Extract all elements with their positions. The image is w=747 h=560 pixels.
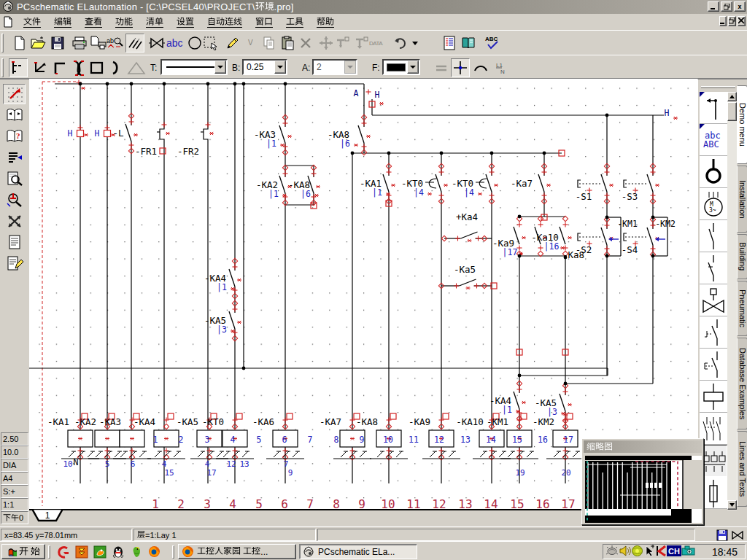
mdi-minimize-button[interactable] xyxy=(719,16,727,26)
open-button[interactable] xyxy=(28,34,47,52)
scroll-up-icon[interactable] xyxy=(727,92,737,101)
menu-8[interactable] xyxy=(249,15,279,29)
menu-1[interactable] xyxy=(17,15,47,29)
ortho-lines-button[interactable] xyxy=(9,58,28,77)
arc-tool-button[interactable] xyxy=(471,58,490,77)
quicklaunch-flashget-g-icon[interactable] xyxy=(57,545,70,559)
toolbar-grip[interactable] xyxy=(1,34,4,52)
svg-text:15: 15 xyxy=(512,435,522,445)
symbol-tab-installation[interactable]: Installation xyxy=(737,166,747,233)
pencil-button[interactable] xyxy=(223,34,242,52)
toolbar-grip2[interactable] xyxy=(1,58,4,77)
quicklaunch-qq-icon[interactable] xyxy=(112,545,125,559)
minimize-button[interactable] xyxy=(708,1,719,12)
tray-cursor-tool-icon[interactable] xyxy=(643,545,656,557)
symbol-tab-pneumatic[interactable]: Pneumatic xyxy=(737,281,747,336)
menu-3[interactable] xyxy=(78,15,109,29)
tray-snapshot-camera-icon[interactable] xyxy=(681,545,696,557)
tray-volume-icon[interactable] xyxy=(619,545,631,557)
symbol-coil[interactable] xyxy=(700,381,727,413)
tray-mouse-device-icon[interactable] xyxy=(606,545,619,557)
quicklaunch-firefox-icon[interactable] xyxy=(148,545,161,559)
snap-cross-button[interactable] xyxy=(451,58,470,77)
arc-segment-button[interactable] xyxy=(107,58,125,77)
menu-5[interactable] xyxy=(139,15,170,29)
symbol-browse-button[interactable] xyxy=(3,105,26,125)
zoom-page-button[interactable] xyxy=(3,168,26,189)
paste-button[interactable] xyxy=(279,34,298,52)
menu-2[interactable] xyxy=(47,15,78,29)
quicklaunch-flashget-icon[interactable] xyxy=(75,545,88,559)
tray-ime-ch-icon[interactable]: CH xyxy=(667,545,681,557)
symbol-motor[interactable]: M3~ xyxy=(700,188,727,220)
router-mode-button[interactable] xyxy=(3,84,26,104)
help-book-button[interactable]: ? xyxy=(3,126,26,147)
menu-list-button[interactable] xyxy=(3,147,26,168)
svg-text:|1: |1 xyxy=(217,282,227,292)
task-button-2[interactable]: PCschematic ELa... xyxy=(299,544,417,559)
rectangle-button[interactable] xyxy=(88,58,107,77)
symbol-valve[interactable] xyxy=(700,284,727,316)
mdi-close-button[interactable] xyxy=(738,16,746,26)
object-list-button[interactable] xyxy=(441,34,460,52)
menu-10[interactable] xyxy=(310,15,341,29)
scroll-thumb[interactable] xyxy=(727,102,737,121)
scroll-down-icon[interactable] xyxy=(727,500,737,510)
angle-lines-button[interactable] xyxy=(32,58,51,77)
symbol-lamp[interactable] xyxy=(700,156,727,188)
page-tab-1[interactable]: 1 xyxy=(32,509,63,523)
symbol-contact-no-open[interactable] xyxy=(700,252,727,284)
symbol-tab-lines-and-texts[interactable]: Lines and Texts xyxy=(737,431,747,507)
quicklaunch-ppstream-icon[interactable] xyxy=(93,545,107,559)
zoom-in-button[interactable] xyxy=(3,190,26,210)
tasks-grip[interactable] xyxy=(172,545,174,559)
area-mode-button[interactable] xyxy=(201,34,220,52)
lines-mode-button[interactable] xyxy=(125,34,144,52)
curve-lines-button[interactable] xyxy=(70,58,89,77)
symbol-pushbutton[interactable] xyxy=(700,349,727,381)
color-combo[interactable] xyxy=(382,59,420,75)
spell-check-button[interactable]: ABC xyxy=(484,34,503,52)
start-button[interactable] xyxy=(1,544,45,559)
reference-book-button[interactable] xyxy=(458,34,477,52)
symbol-tab-database-examples[interactable]: Database Examples xyxy=(737,338,747,429)
thumbnail-window xyxy=(581,438,704,525)
quicklaunch-grip[interactable] xyxy=(48,545,50,559)
thumbnail-view[interactable] xyxy=(584,453,702,523)
angle-combo[interactable]: 2 xyxy=(312,59,357,75)
new-button[interactable] xyxy=(10,34,29,52)
symbol-scrollbar[interactable] xyxy=(727,92,737,510)
object-doc-button[interactable] xyxy=(3,232,26,252)
save-button[interactable] xyxy=(48,34,67,52)
symbol-tab-building[interactable]: Building xyxy=(737,234,747,279)
mdi-restore-button[interactable] xyxy=(728,16,736,26)
symbols-mode-button[interactable] xyxy=(147,34,166,52)
texts-mode-button[interactable]: abc xyxy=(165,34,184,52)
close-button[interactable]: x xyxy=(734,1,746,12)
quicklaunch-parrot-player-icon[interactable] xyxy=(130,545,143,559)
antivirus-ball-icon xyxy=(631,545,643,557)
undo-drop-button[interactable] xyxy=(406,34,425,52)
pen-width-combo[interactable]: 0.25 xyxy=(242,59,287,75)
line-type-combo[interactable] xyxy=(160,59,228,75)
task-button-1[interactable]: ... xyxy=(178,544,296,559)
symbol-limit-switch[interactable] xyxy=(700,316,727,349)
menu-7[interactable] xyxy=(201,15,249,29)
menu-4[interactable] xyxy=(109,15,139,29)
menu-9[interactable] xyxy=(279,15,310,29)
menu-6[interactable] xyxy=(170,15,201,29)
print-button[interactable] xyxy=(70,34,89,52)
svg-text:16: 16 xyxy=(538,435,548,445)
corner-lines-button[interactable] xyxy=(51,58,70,77)
restore-button[interactable] xyxy=(721,1,732,12)
symbol-contact-no[interactable] xyxy=(700,220,727,252)
symbol-wire-junction[interactable] xyxy=(700,92,727,124)
tray-antivirus-ball-icon[interactable] xyxy=(631,545,643,557)
find-symbol-button[interactable]: ab xyxy=(105,34,124,52)
tray-kaspersky-icon[interactable] xyxy=(656,545,667,557)
equals-button xyxy=(432,58,451,77)
symbol-tab-demo-menu[interactable]: Demo menu xyxy=(737,85,747,164)
symbol-text-abc[interactable]: abcABC xyxy=(700,124,727,156)
zoom-all-button[interactable] xyxy=(3,211,26,231)
edit-doc-button[interactable] xyxy=(3,253,26,273)
